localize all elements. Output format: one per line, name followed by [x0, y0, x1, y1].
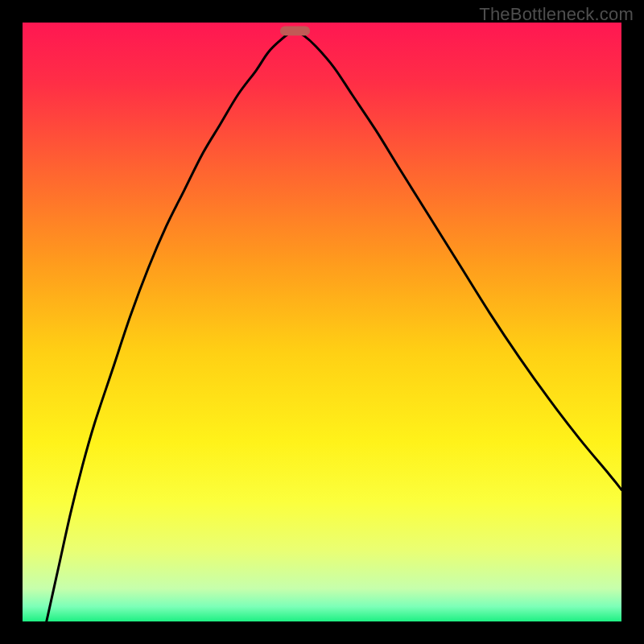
chart-frame: TheBottleneck.com: [0, 0, 644, 644]
gradient-background: [23, 23, 621, 621]
plot-area: [23, 23, 621, 621]
optimal-marker: [280, 26, 310, 35]
bottleneck-chart: [23, 23, 621, 621]
watermark-text: TheBottleneck.com: [479, 4, 634, 25]
